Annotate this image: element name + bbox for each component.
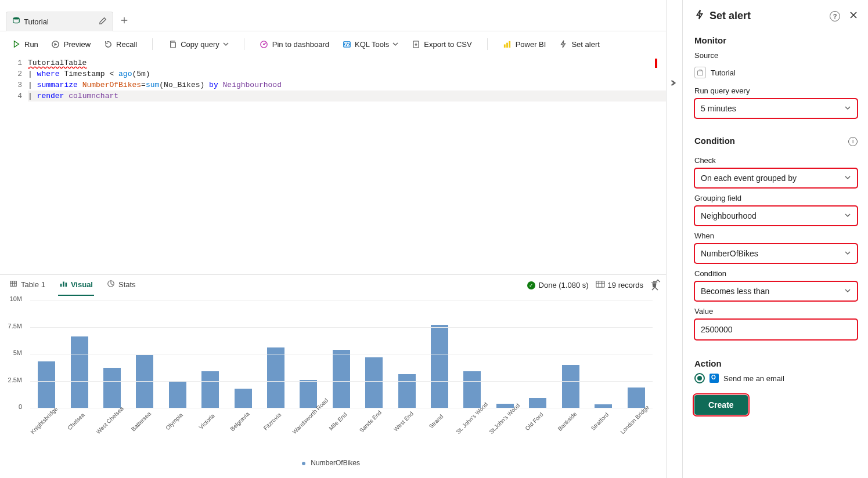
chart-bar (267, 347, 284, 408)
x-tick-label: Sands End (357, 408, 384, 435)
run-label: Run (24, 40, 38, 49)
results-tab-label: Table 1 (21, 280, 45, 289)
preview-label: Preview (64, 40, 91, 49)
run-button[interactable]: Run (10, 37, 39, 51)
tab-label: Tutorial (24, 17, 49, 26)
condition-select[interactable]: Becomes less than (694, 281, 858, 301)
results-tab-visual[interactable]: Visual (58, 275, 94, 296)
close-icon[interactable] (849, 11, 858, 21)
lightning-icon (559, 39, 568, 49)
results-tab-label: Visual (71, 280, 93, 289)
stats-icon (107, 280, 115, 289)
chart-bar (300, 380, 317, 408)
help-icon[interactable]: ? (830, 11, 840, 21)
chart-bar (463, 371, 481, 408)
queryset-icon (694, 67, 706, 78)
code-token: TutorialTable (28, 59, 87, 67)
add-tab-button[interactable] (113, 12, 135, 31)
section-action: Action (694, 358, 858, 368)
x-tick-label: Knightsbridge (30, 408, 57, 435)
x-tick-label: Olympia (160, 408, 188, 435)
copy-query-button[interactable]: Copy query (167, 37, 229, 51)
records-icon (596, 280, 605, 290)
preview-icon (51, 39, 60, 49)
x-tick-label: Mile End (324, 408, 351, 435)
chart-bar (71, 336, 88, 408)
chevron-down-icon (844, 249, 851, 258)
select-value: Neighbourhood (701, 211, 757, 220)
label-condition: Condition (694, 269, 858, 278)
svg-rect-2 (170, 42, 175, 47)
kql-tools-label: KQL Tools (355, 40, 389, 49)
power-bi-button[interactable]: Power BI (502, 37, 548, 51)
kql-tools-icon (342, 39, 351, 49)
info-icon[interactable]: i (848, 137, 858, 146)
recall-icon (103, 39, 113, 49)
collapse-sidebar-icon[interactable] (667, 75, 680, 92)
select-value: Becomes less than (701, 287, 769, 296)
chart-icon (59, 280, 67, 289)
chart-bar (398, 374, 416, 408)
chevron-down-icon (844, 211, 851, 220)
pin-icon (260, 39, 269, 49)
x-tick-label: Stratford (586, 408, 613, 435)
kql-tools-button[interactable]: KQL Tools (341, 37, 399, 51)
y-tick-label: 5M (0, 349, 22, 356)
section-condition: Condition (694, 136, 735, 146)
when-select[interactable]: NumberOfBikes (694, 244, 858, 263)
results-tab-stats[interactable]: Stats (106, 275, 137, 296)
pin-to-dashboard-button[interactable]: Pin to dashboard (258, 37, 330, 51)
preview-button[interactable]: Preview (50, 37, 92, 51)
chart-bar (431, 325, 448, 408)
action-radio-email[interactable]: Send me an email (694, 373, 858, 383)
outlook-icon (709, 374, 719, 383)
column-chart: 10M7.5M5M2.5M0 KnightsbridgeChelseaWest … (0, 298, 662, 468)
chevron-up-icon[interactable] (651, 283, 658, 292)
set-alert-button[interactable]: Set alert (557, 37, 600, 51)
queryset-tab[interactable]: Tutorial (6, 12, 113, 31)
chevron-down-icon (223, 40, 229, 49)
svg-point-4 (263, 44, 265, 45)
record-count: 19 records (596, 280, 643, 290)
chart-legend: NumberOfBikes (0, 459, 662, 467)
svg-rect-8 (506, 42, 508, 47)
copy-icon (168, 39, 177, 49)
svg-rect-16 (698, 71, 703, 75)
input-value: 2500000 (701, 325, 733, 334)
select-value: On each event grouped by (701, 173, 797, 183)
run-every-select[interactable]: 5 minutes (694, 99, 858, 118)
export-csv-button[interactable]: Export to CSV (410, 37, 473, 51)
set-alert-panel: Set alert ? Monitor Source Tutorial Run … (682, 0, 868, 478)
power-bi-icon (503, 39, 512, 49)
value-input[interactable]: 2500000 (694, 319, 858, 340)
chart-bar (201, 371, 219, 408)
pin-label: Pin to dashboard (272, 40, 329, 49)
chevron-down-icon (844, 173, 851, 183)
svg-rect-10 (10, 281, 17, 287)
label-source: Source (694, 51, 858, 60)
results-tab-table[interactable]: Table 1 (8, 275, 46, 296)
query-editor[interactable]: 1 2 3 4 TutorialTable | where Timestamp … (0, 57, 666, 102)
label-run-every: Run query every (694, 86, 858, 95)
set-alert-label: Set alert (571, 40, 599, 49)
recall-button[interactable]: Recall (102, 37, 138, 51)
check-select[interactable]: On each event grouped by (694, 168, 858, 188)
panel-title: Set alert (709, 10, 751, 22)
y-tick-label: 2.5M (0, 376, 22, 383)
lightning-icon (694, 9, 705, 23)
section-monitor: Monitor (694, 35, 858, 45)
grouping-select[interactable]: Neighbourhood (694, 206, 858, 226)
y-tick-label: 7.5M (0, 323, 22, 329)
create-button[interactable]: Create (694, 395, 748, 415)
x-tick-label: West End (390, 408, 417, 435)
svg-rect-11 (60, 284, 62, 287)
pencil-icon[interactable] (99, 17, 107, 27)
select-value: NumberOfBikes (701, 249, 758, 258)
y-tick-label: 0 (0, 403, 22, 410)
source-row: Tutorial (694, 63, 858, 81)
label-check: Check (694, 156, 858, 165)
table-icon (9, 280, 17, 289)
label-value: Value (694, 307, 858, 316)
results-tab-label: Stats (118, 280, 136, 289)
x-tick-label: Battersea (128, 408, 155, 435)
